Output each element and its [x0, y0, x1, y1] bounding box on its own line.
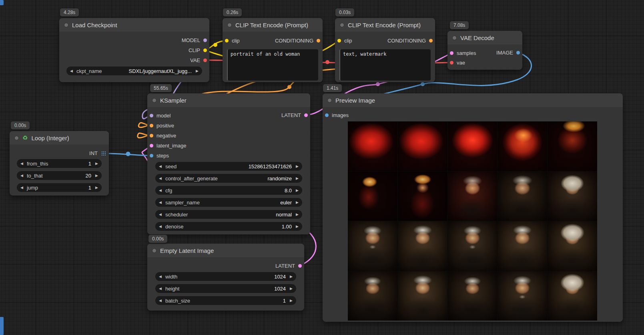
left-arrow-icon[interactable]: ◀ — [159, 299, 162, 303]
input-slot-model: model — [150, 112, 171, 119]
exec-time-badge-load-checkpoint: 4.28s — [60, 8, 79, 16]
right-arrow-icon[interactable]: ▶ — [290, 287, 293, 291]
right-arrow-icon[interactable]: ▶ — [296, 177, 299, 180]
right-arrow-icon[interactable]: ▶ — [95, 186, 98, 190]
node-collapse-dot[interactable] — [64, 23, 68, 27]
clip-output-dot[interactable] — [203, 48, 207, 52]
node-title-bar[interactable]: ♻ Loop (Integer) — [10, 131, 109, 145]
widget-scheduler[interactable]: ◀ scheduler normal ▶ — [155, 210, 302, 219]
preview-image-cell — [348, 271, 397, 321]
widget-cfg[interactable]: ◀ cfg 8.0 ▶ — [155, 186, 302, 195]
node-title-bar[interactable]: Empty Latent Image — [147, 244, 304, 257]
vae-input-dot[interactable] — [450, 61, 453, 65]
recycle-icon: ♻ — [22, 134, 28, 141]
wire-dot — [325, 60, 329, 64]
widget-sampler-name[interactable]: ◀ sampler_name euler ▶ — [155, 198, 302, 207]
node-collapse-dot[interactable] — [340, 23, 344, 27]
left-arrow-icon[interactable]: ◀ — [20, 174, 23, 178]
widget-value: 1 — [38, 185, 91, 191]
left-arrow-icon[interactable]: ◀ — [159, 201, 162, 204]
prompt-textarea[interactable]: text, watermark — [339, 49, 431, 81]
slot-label: IMAGE — [496, 50, 513, 56]
conditioning-output-dot[interactable] — [429, 39, 433, 42]
node-empty-latent-image[interactable]: Empty Latent Image LATENT ◀ width 1024 ▶… — [147, 244, 304, 311]
model-output-dot[interactable] — [203, 38, 207, 42]
input-slot-vae: vae — [450, 59, 465, 66]
negative-input-dot[interactable] — [150, 134, 153, 137]
images-input-dot[interactable] — [325, 113, 329, 117]
left-arrow-icon[interactable]: ◀ — [159, 275, 162, 278]
node-title-bar[interactable]: Load Checkpoint — [59, 18, 209, 32]
right-arrow-icon[interactable]: ▶ — [95, 174, 98, 178]
widget-width[interactable]: ◀ width 1024 ▶ — [155, 272, 296, 281]
slot-label: VAE — [190, 57, 200, 63]
right-arrow-icon[interactable]: ▶ — [196, 69, 199, 73]
model-input-dot[interactable] — [150, 114, 153, 117]
right-arrow-icon[interactable]: ▶ — [296, 213, 299, 216]
slot-label: clip — [344, 38, 352, 44]
widget-to-that[interactable]: ◀ to_that 20 ▶ — [17, 171, 102, 180]
node-title-bar[interactable]: KSampler — [147, 93, 310, 107]
node-title-bar[interactable]: CLIP Text Encode (Prompt) — [223, 18, 323, 32]
slot-label: CLIP — [189, 47, 200, 53]
left-arrow-icon[interactable]: ◀ — [159, 287, 162, 291]
node-loop-integer[interactable]: ♻ Loop (Integer) INT ◀ from_this 1 ▶ ◀ t… — [10, 131, 109, 196]
node-title-bar[interactable]: CLIP Text Encode (Prompt) — [335, 18, 435, 32]
convert-widget-icon[interactable] — [101, 151, 106, 155]
widget-control-after-generate[interactable]: ◀ control_after_generate randomize ▶ — [155, 174, 302, 183]
node-vae-decode[interactable]: VAE Decode samples vae IMAGE — [447, 31, 522, 70]
left-arrow-icon[interactable]: ◀ — [159, 177, 162, 180]
node-title-bar[interactable]: VAE Decode — [447, 31, 522, 44]
node-collapse-dot[interactable] — [227, 23, 232, 27]
steps-input-dot[interactable] — [150, 154, 153, 157]
latent-output-dot[interactable] — [304, 113, 308, 117]
widget-batch-size[interactable]: ◀ batch_size 1 ▶ — [155, 296, 296, 305]
node-clip-text-encode-negative[interactable]: CLIP Text Encode (Prompt) clip CONDITION… — [335, 18, 435, 82]
node-graph-canvas[interactable]: 4.28s 0.26s 0.03s 7.08s 55.65s 0.00s 0.0… — [0, 0, 644, 335]
right-arrow-icon[interactable]: ▶ — [290, 299, 293, 303]
widget-height[interactable]: ◀ height 1024 ▶ — [155, 284, 296, 293]
wire-dot — [421, 82, 425, 86]
clip-input-dot[interactable] — [337, 39, 341, 42]
right-arrow-icon[interactable]: ▶ — [296, 189, 299, 192]
node-clip-text-encode-positive[interactable]: CLIP Text Encode (Prompt) clip CONDITION… — [223, 18, 323, 82]
widget-seed[interactable]: ◀ seed 152861253471626 ▶ — [155, 162, 302, 171]
node-title: CLIP Text Encode (Prompt) — [235, 22, 308, 28]
right-arrow-icon[interactable]: ▶ — [296, 201, 299, 204]
clip-input-dot[interactable] — [225, 39, 229, 42]
input-slot-images: images — [325, 112, 349, 118]
left-arrow-icon[interactable]: ◀ — [159, 213, 162, 216]
conditioning-output-dot[interactable] — [317, 39, 320, 42]
widget-from-this[interactable]: ◀ from_this 1 ▶ — [17, 159, 102, 168]
node-ksampler[interactable]: KSampler model positive negative latent_… — [147, 93, 310, 234]
left-arrow-icon[interactable]: ◀ — [159, 189, 162, 192]
left-arrow-icon[interactable]: ◀ — [159, 225, 162, 228]
widget-ckpt-name[interactable]: ◀ ckpt_name SDXL/juggernautXL_jugg... ▶ — [66, 67, 202, 75]
positive-input-dot[interactable] — [150, 124, 153, 127]
widget-jump[interactable]: ◀ jump 1 ▶ — [17, 183, 102, 192]
right-arrow-icon[interactable]: ▶ — [296, 225, 299, 228]
left-arrow-icon[interactable]: ◀ — [20, 186, 23, 190]
left-arrow-icon[interactable]: ◀ — [20, 162, 23, 165]
image-output-dot[interactable] — [516, 51, 520, 54]
widget-denoise[interactable]: ◀ denoise 1.00 ▶ — [155, 222, 302, 231]
left-arrow-icon[interactable]: ◀ — [159, 165, 162, 168]
node-load-checkpoint[interactable]: Load Checkpoint MODEL CLIP VAE ◀ ckpt_na… — [59, 18, 209, 82]
node-collapse-dot[interactable] — [14, 136, 19, 140]
right-arrow-icon[interactable]: ▶ — [95, 162, 98, 165]
node-collapse-dot[interactable] — [327, 98, 332, 103]
node-collapse-dot[interactable] — [452, 36, 457, 40]
samples-input-dot[interactable] — [450, 51, 453, 55]
right-arrow-icon[interactable]: ▶ — [290, 275, 293, 278]
preview-image-cell — [398, 121, 447, 171]
vae-output-dot[interactable] — [203, 59, 207, 62]
latent-output-dot[interactable] — [298, 264, 302, 268]
node-collapse-dot[interactable] — [152, 98, 156, 103]
left-arrow-icon[interactable]: ◀ — [70, 69, 73, 73]
node-title-bar[interactable]: Preview Image — [323, 93, 623, 107]
node-preview-image[interactable]: Preview Image images — [323, 93, 623, 322]
right-arrow-icon[interactable]: ▶ — [296, 165, 299, 168]
prompt-textarea[interactable]: portrait of an old woman — [227, 49, 318, 81]
latent-image-input-dot[interactable] — [150, 144, 153, 147]
node-collapse-dot[interactable] — [152, 248, 156, 253]
